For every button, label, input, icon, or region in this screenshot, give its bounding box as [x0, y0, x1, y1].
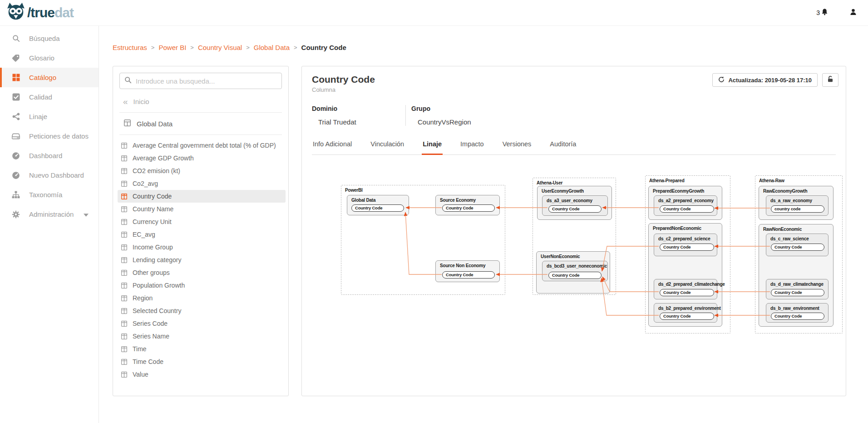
sidebar-item-administracion[interactable]: Administración — [0, 204, 99, 224]
list-item[interactable]: Average GDP Growth — [118, 152, 286, 164]
list-item[interactable]: Series Code — [118, 317, 286, 330]
lineage-table-ds-b-raw-environment[interactable]: ds_b_raw_environment Country Code — [766, 303, 829, 323]
breadcrumb-separator: > — [186, 44, 198, 51]
list-item[interactable]: Population Growth — [118, 279, 286, 292]
sidebar-item-label: Linaje — [29, 113, 47, 120]
list-item-label: Time — [133, 345, 147, 353]
list-item-label: Average GDP Growth — [133, 154, 194, 162]
lineage-pill-ds-a-raw-country-code[interactable]: country code — [771, 205, 824, 213]
sidebar-item-nuevo-dashboard[interactable]: Nuevo Dashboard — [0, 165, 99, 185]
lineage-table-ds-a3-user-economy[interactable]: ds_a3_user_economy Country Code — [542, 195, 608, 216]
lineage-node-source-economy[interactable]: Source Economy Country Code — [435, 195, 500, 215]
list-item[interactable]: Co2_avg — [118, 177, 286, 190]
lineage-table-ds-d-raw-climatechange[interactable]: ds_d_raw_climatechange Country Code — [766, 279, 829, 299]
lineage-table-ds-d2-prepared-climatechange[interactable]: ds_d2_prepared_climatechange Country Cod… — [654, 279, 717, 299]
sidebar-item-taxonomia[interactable]: Taxonomía — [0, 185, 99, 204]
explorer-search-box — [119, 73, 282, 89]
node-label: UserEconmyGrowth — [542, 189, 584, 194]
lineage-pill-source-non-economy-country-code[interactable]: Country Code — [442, 271, 495, 279]
list-item[interactable]: Region — [118, 292, 286, 304]
sidebar-item-dashboard[interactable]: Dashboard — [0, 146, 99, 165]
list-item[interactable]: Average Central government debt total (%… — [118, 139, 286, 152]
explorer-search-input[interactable] — [136, 77, 277, 85]
explorer-home-button[interactable]: « Inicio — [113, 92, 288, 112]
sidebar-item-calidad[interactable]: Calidad — [0, 87, 99, 107]
list-item[interactable]: Selected Country — [118, 304, 286, 317]
lineage-pill-ds-c2-country-code[interactable]: Country Code — [660, 244, 714, 251]
tab-linaje[interactable]: Linaje — [422, 137, 443, 155]
list-item-label: Country Name — [133, 205, 173, 213]
tab-versiones[interactable]: Versiones — [502, 137, 533, 155]
list-item[interactable]: Lending category — [118, 254, 286, 266]
bell-icon — [821, 8, 829, 17]
lineage-pill-ds-c-raw-country-code[interactable]: Country Code — [771, 244, 824, 251]
lineage-node-user-econmy-growth[interactable]: UserEconmyGrowth ds_a3_user_economy Coun… — [537, 186, 612, 220]
updated-button[interactable]: Actualizada: 2019-05-28 17:10 — [712, 73, 818, 87]
list-item[interactable]: Value — [118, 368, 286, 381]
list-item[interactable]: Other groups — [118, 266, 286, 279]
sidebar-item-glosario[interactable]: Glosario — [0, 48, 99, 68]
table-icon — [124, 119, 131, 128]
list-item-label: Region — [133, 294, 153, 302]
table-label: ds_c_raw_science — [770, 236, 809, 241]
tab-auditoria[interactable]: Auditoría — [549, 137, 577, 155]
lineage-pill-source-economy-country-code[interactable]: Country Code — [442, 204, 495, 212]
list-item-selected[interactable]: Country Code — [118, 190, 286, 203]
lineage-node-user-non-economic[interactable]: UserNonEconomic ds_bcd3_user_noneconomic… — [536, 251, 610, 294]
lineage-table-ds-c-raw-science[interactable]: ds_c_raw_science Country Code — [766, 234, 829, 256]
list-item-label: Series Name — [133, 333, 169, 340]
sidebar-item-busqueda[interactable]: Búsqueda — [0, 29, 99, 48]
notifications-button[interactable]: 3 — [816, 8, 829, 17]
lineage-node-global-data[interactable]: Global Data Country Code — [347, 195, 409, 215]
breadcrumb-power-bi[interactable]: Power BI — [158, 44, 186, 51]
tab-vinculacion[interactable]: Vinculación — [370, 137, 405, 155]
column-list: Average Central government debt total (%… — [113, 135, 288, 381]
list-item[interactable]: Time Code — [118, 355, 286, 368]
breadcrumb-global-data[interactable]: Global Data — [254, 44, 290, 51]
lineage-table-ds-b2-prepared-environment[interactable]: ds_b2_prepared_environment Country Code — [654, 303, 717, 323]
lineage-pill-ds-bcd3-country-code[interactable]: Country Code — [548, 272, 602, 279]
explorer-parent-global-data[interactable]: Global Data — [113, 113, 288, 134]
user-menu-button[interactable] — [849, 8, 857, 18]
list-item[interactable]: Country Name — [118, 203, 286, 215]
lineage-pill-ds-b2-country-code[interactable]: Country Code — [660, 313, 714, 320]
lineage-node-raw-non-economic[interactable]: RawNonEconomic ds_c_raw_science Country … — [759, 224, 833, 327]
share-icon — [12, 113, 20, 121]
search-icon — [12, 35, 20, 43]
breadcrumb-country-visual[interactable]: Country Visual — [198, 44, 242, 51]
lineage-pill-global-data-country-code[interactable]: Country Code — [351, 204, 404, 212]
lineage-table-ds-a2-prepared-economy[interactable]: ds_a2_prepared_economy Country Code — [654, 195, 717, 216]
sidebar-item-catalogo[interactable]: Catálogo — [0, 68, 99, 87]
lineage-pill-ds-d2-country-code[interactable]: Country Code — [660, 289, 714, 296]
lineage-table-ds-a-raw-economy[interactable]: ds_a_raw_economy country code — [766, 195, 829, 216]
server-icon — [12, 132, 20, 140]
list-item[interactable]: Currency Unit — [118, 215, 286, 228]
lineage-table-ds-c2-prepared-science[interactable]: ds_c2_prepared_science Country Code — [654, 234, 717, 256]
truedat-logo[interactable]: /truedat — [6, 2, 74, 23]
tab-info-adicional[interactable]: Info Adicional — [312, 137, 353, 155]
list-item[interactable]: CO2 emision (kt) — [118, 164, 286, 177]
sidebar-item-linaje[interactable]: Linaje — [0, 107, 99, 126]
list-item[interactable]: EC_avg — [118, 228, 286, 241]
list-item[interactable]: Series Name — [118, 330, 286, 343]
breadcrumb-estructuras[interactable]: Estructuras — [113, 44, 147, 51]
lineage-node-raw-economy-growth[interactable]: RawEconomyGrowth ds_a_raw_economy countr… — [759, 186, 833, 220]
lineage-pill-ds-d-raw-country-code[interactable]: Country Code — [771, 289, 824, 296]
lineage-node-prepared-non-economic[interactable]: PreparedNonEconomic ds_c2_prepared_scien… — [648, 223, 722, 327]
lineage-pill-ds-b-raw-country-code[interactable]: Country Code — [771, 313, 824, 320]
lineage-pill-ds-a2-country-code[interactable]: Country Code — [660, 205, 714, 213]
lock-button[interactable] — [822, 73, 838, 87]
node-label: RawEconomyGrowth — [763, 189, 807, 194]
lineage-node-source-non-economy[interactable]: Source Non Economy Country Code — [435, 260, 500, 282]
lineage-pill-ds-a3-country-code[interactable]: Country Code — [548, 205, 602, 213]
tab-impacto[interactable]: Impacto — [459, 137, 485, 155]
lineage-table-ds-bcd3-user-noneconomic[interactable]: ds_bcd3_user_noneconomic Country Code — [542, 261, 608, 281]
breadcrumb-separator: > — [290, 44, 301, 51]
grupo-value: CountryVsRegion — [411, 118, 471, 126]
table-label: ds_a_raw_economy — [770, 198, 812, 203]
lineage-node-prepared-econmy-growth[interactable]: PreparedEconmyGrowth ds_a2_prepared_econ… — [648, 186, 722, 220]
sidebar-item-peticiones[interactable]: Peticiones de datos — [0, 126, 99, 146]
list-item[interactable]: Income Group — [118, 241, 286, 254]
table-label: ds_a3_user_economy — [547, 198, 592, 203]
list-item[interactable]: Time — [118, 343, 286, 355]
